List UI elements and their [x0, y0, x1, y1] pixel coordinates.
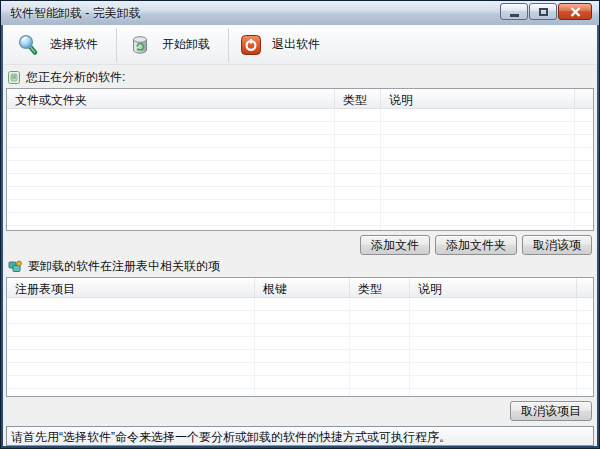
title-bar[interactable]: 软件智能卸载 - 完美卸载: [1, 1, 599, 25]
close-icon: [570, 7, 581, 17]
maximize-icon: [539, 8, 548, 16]
recycle-bin-icon: [129, 34, 151, 56]
start-uninstall-button[interactable]: 开始卸载: [119, 27, 226, 63]
table-column-area: [7, 298, 255, 396]
file-note-icon: [8, 71, 20, 84]
select-software-label: 选择软件: [50, 36, 98, 53]
registry-section-header: 要卸载的软件在注册表中相关联的项: [8, 258, 592, 274]
close-button[interactable]: [558, 3, 592, 20]
status-text: 请首先用“选择软件”命令来选择一个要分析或卸载的软件的快捷方式或可执行程序。: [11, 430, 451, 444]
table-column-area: [381, 109, 575, 230]
table-column-area: [350, 298, 410, 396]
caption-buttons: [500, 3, 592, 20]
column-header-description[interactable]: 说明: [381, 89, 575, 108]
exit-software-label: 退出软件: [272, 36, 320, 53]
table-column-area: [7, 109, 335, 230]
table-column-area: [575, 109, 593, 230]
toolbar-separator: [116, 28, 117, 62]
window-title: 软件智能卸载 - 完美卸载: [3, 5, 141, 22]
table-column-area: [410, 298, 577, 396]
column-header-type[interactable]: 类型: [350, 278, 410, 297]
main-content: 您正在分析的软件: 文件或文件夹 类型 说明 添加文件 添加文件夹: [3, 69, 597, 446]
table-column-area: [255, 298, 350, 396]
analysis-section-header: 您正在分析的软件:: [8, 69, 592, 85]
column-header-blank[interactable]: [575, 89, 593, 108]
column-header-description[interactable]: 说明: [410, 278, 577, 297]
registry-icon: [8, 260, 22, 273]
files-buttons-row: 添加文件 添加文件夹 取消该项: [6, 231, 594, 258]
app-window: 软件智能卸载 - 完美卸载: [0, 0, 600, 449]
registry-section-title: 要卸载的软件在注册表中相关联的项: [28, 258, 220, 275]
client-area: 选择软件 开始卸载: [3, 25, 597, 446]
files-table: 文件或文件夹 类型 说明: [6, 88, 594, 231]
toolbar-separator: [228, 28, 229, 62]
analysis-section-title: 您正在分析的软件:: [26, 69, 125, 86]
cancel-registry-item-button[interactable]: 取消该项目: [510, 401, 592, 421]
window-frame: 软件智能卸载 - 完美卸载: [1, 1, 599, 448]
column-header-root-key[interactable]: 根键: [255, 278, 350, 297]
add-file-button[interactable]: 添加文件: [360, 235, 430, 255]
magnifier-icon: [17, 34, 39, 56]
start-uninstall-label: 开始卸载: [162, 36, 210, 53]
add-folder-button[interactable]: 添加文件夹: [435, 235, 517, 255]
status-bar: 请首先用“选择软件”命令来选择一个要分析或卸载的软件的快捷方式或可执行程序。: [6, 426, 594, 446]
minimize-icon: [510, 14, 519, 17]
power-icon: [241, 35, 261, 55]
exit-software-button[interactable]: 退出软件: [231, 27, 336, 63]
maximize-button[interactable]: [529, 3, 557, 20]
files-table-header: 文件或文件夹 类型 说明: [7, 89, 593, 109]
registry-table: 注册表项目 根键 类型 说明: [6, 277, 594, 397]
toolbar: 选择软件 开始卸载: [3, 25, 597, 65]
registry-table-header: 注册表项目 根键 类型 说明: [7, 278, 593, 298]
minimize-button[interactable]: [500, 3, 528, 20]
column-header-file-or-folder[interactable]: 文件或文件夹: [7, 89, 335, 108]
column-header-blank[interactable]: [577, 278, 593, 297]
column-header-registry-item[interactable]: 注册表项目: [7, 278, 255, 297]
select-software-button[interactable]: 选择软件: [7, 27, 114, 63]
registry-table-body[interactable]: [7, 298, 593, 396]
files-table-body[interactable]: [7, 109, 593, 230]
table-column-area: [577, 298, 593, 396]
table-column-area: [335, 109, 381, 230]
cancel-item-button[interactable]: 取消该项: [522, 235, 592, 255]
registry-buttons-row: 取消该项目: [6, 397, 594, 424]
column-header-type[interactable]: 类型: [335, 89, 381, 108]
